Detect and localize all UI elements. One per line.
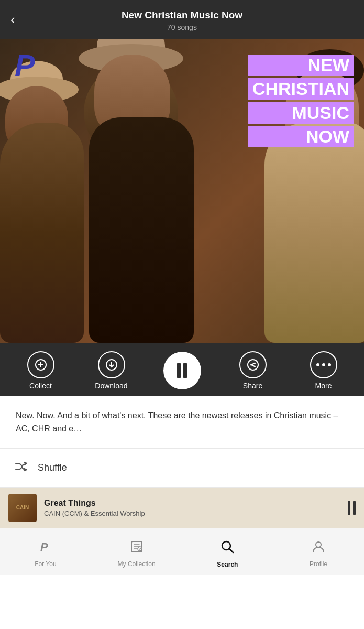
svg-point-8 <box>250 364 252 365</box>
back-button[interactable]: ‹ <box>10 11 15 27</box>
collect-label: Collect <box>29 382 52 390</box>
title-line-music: MUSIC <box>248 102 354 124</box>
figure-left-body <box>0 123 84 343</box>
title-line-christian: CHRISTIAN <box>248 78 354 100</box>
nav-label-search: Search <box>217 561 238 568</box>
dots-icon <box>316 363 331 366</box>
pause-bars <box>177 363 187 378</box>
dot-2 <box>322 363 325 366</box>
pause-button[interactable] <box>147 352 217 389</box>
share-label: Share <box>243 382 262 390</box>
song-count: 70 songs <box>31 23 333 31</box>
svg-point-6 <box>254 362 256 364</box>
svg-text:P: P <box>40 540 48 554</box>
share-icon <box>239 351 267 378</box>
now-playing-title: Great Things <box>44 498 340 508</box>
bottom-navigation: P For You My Collection Search <box>0 528 364 575</box>
nav-label-profile: Profile <box>310 560 327 568</box>
mini-pause-bar-right <box>353 501 356 515</box>
more-button[interactable]: More <box>288 351 359 390</box>
now-playing-info: Great Things CAIN (CCM) & Essential Wors… <box>44 498 340 517</box>
shuffle-row[interactable]: Shuffle <box>0 449 364 488</box>
collect-icon <box>27 351 54 378</box>
description-text: New. Now. And a bit of what's next. Thes… <box>16 411 338 433</box>
shuffle-icon <box>15 460 29 476</box>
nav-item-my-collection[interactable]: My Collection <box>91 528 182 575</box>
pandora-nav-icon: P <box>38 539 53 558</box>
nav-item-search[interactable]: Search <box>182 528 273 575</box>
album-art-background: P NEW CHRISTIAN MUSIC NOW <box>0 39 364 343</box>
profile-nav-icon <box>311 539 326 558</box>
dot-3 <box>328 363 331 366</box>
download-button[interactable]: Download <box>76 351 147 390</box>
svg-point-5 <box>248 360 258 370</box>
svg-line-13 <box>229 549 233 552</box>
figure-center <box>73 60 209 343</box>
svg-point-7 <box>254 365 256 367</box>
pandora-logo: P <box>15 50 41 82</box>
share-button[interactable]: Share <box>217 351 288 390</box>
nav-label-my-collection: My Collection <box>118 560 156 568</box>
nav-item-profile[interactable]: Profile <box>273 528 364 575</box>
now-playing-artist: CAIN (CCM) & Essential Worship <box>44 509 340 517</box>
description-section: New. Now. And a bit of what's next. Thes… <box>0 396 364 449</box>
more-label: More <box>315 382 332 390</box>
mini-pause-bar-left <box>348 501 350 515</box>
nav-item-for-you[interactable]: P For You <box>0 528 91 575</box>
dot-1 <box>316 363 319 366</box>
header: ‹ New Christian Music Now 70 songs <box>0 0 364 39</box>
svg-point-14 <box>316 542 321 547</box>
now-playing-thumbnail: CAIN <box>8 494 37 522</box>
title-line-now: NOW <box>248 126 354 147</box>
now-playing-pause-button[interactable] <box>348 501 356 515</box>
pause-bar-right <box>183 363 187 378</box>
collection-nav-icon <box>129 539 144 558</box>
collect-button[interactable]: Collect <box>5 351 76 390</box>
pause-bar-left <box>177 363 181 378</box>
nav-label-for-you: For You <box>35 560 56 568</box>
figure-right-body <box>264 123 364 343</box>
station-title-overlay: NEW CHRISTIAN MUSIC NOW <box>248 55 354 150</box>
pandora-p-icon: P <box>15 48 35 82</box>
more-icon <box>310 351 337 378</box>
thumbnail-text: CAIN <box>16 505 29 511</box>
now-playing-bar: CAIN Great Things CAIN (CCM) & Essential… <box>0 488 364 528</box>
controls-bar: Collect Download <box>0 343 364 396</box>
shuffle-label: Shuffle <box>38 462 67 473</box>
title-line-new: NEW <box>248 55 354 76</box>
search-nav-icon <box>219 539 235 558</box>
download-label: Download <box>95 382 127 390</box>
download-icon <box>98 351 125 378</box>
pause-icon <box>163 352 201 389</box>
album-art-container: P NEW CHRISTIAN MUSIC NOW <box>0 39 364 343</box>
page-title: New Christian Music Now <box>31 9 333 21</box>
figure-center-body <box>89 117 194 343</box>
